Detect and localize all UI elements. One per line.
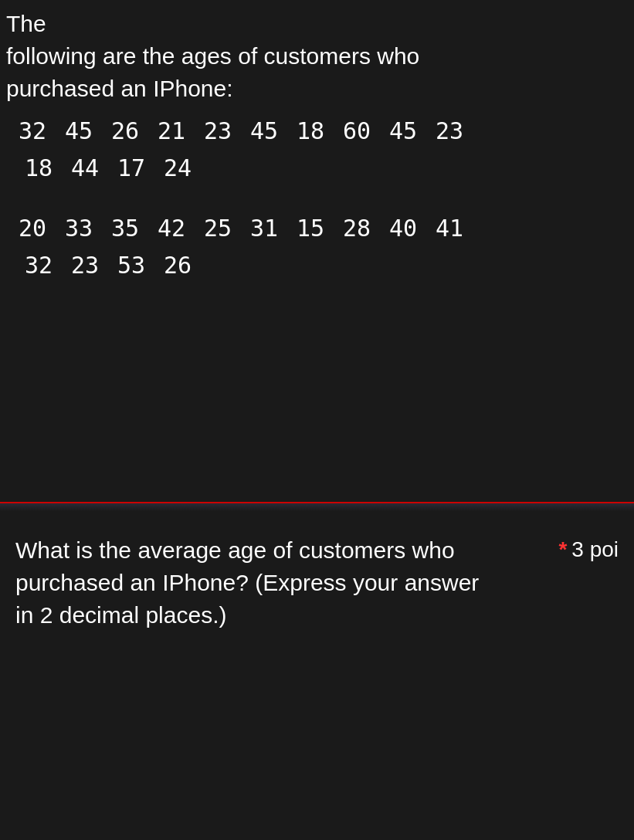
n3-5: 25 bbox=[192, 210, 238, 247]
question-text: What is the average age of customers who… bbox=[15, 534, 494, 632]
n1-3: 26 bbox=[99, 113, 145, 150]
n4-2: 23 bbox=[59, 247, 105, 284]
required-asterisk: * bbox=[558, 537, 567, 562]
n1-8: 60 bbox=[331, 113, 377, 150]
n3-9: 40 bbox=[377, 210, 423, 247]
data-row-1: 32 45 26 21 23 45 18 60 45 23 bbox=[6, 113, 628, 150]
data-row-3-wrapper: 20 33 35 42 25 31 15 28 40 41 32 23 53 2… bbox=[6, 210, 628, 284]
n3-8: 28 bbox=[331, 210, 377, 247]
n1-10: 23 bbox=[423, 113, 470, 150]
data-row-3: 20 33 35 42 25 31 15 28 40 41 bbox=[6, 210, 628, 247]
n4-3: 53 bbox=[105, 247, 151, 284]
n1-2: 45 bbox=[53, 113, 99, 150]
section-divider bbox=[0, 502, 634, 511]
n1-6: 45 bbox=[238, 113, 284, 150]
n4-4: 26 bbox=[151, 247, 198, 284]
n3-3: 35 bbox=[99, 210, 145, 247]
n3-10: 41 bbox=[423, 210, 470, 247]
n3-7: 15 bbox=[284, 210, 331, 247]
data-row-1-wrapper: 32 45 26 21 23 45 18 60 45 23 18 44 17 2… bbox=[6, 113, 628, 187]
n1-7: 18 bbox=[284, 113, 331, 150]
intro-text: The following are the ages of customers … bbox=[6, 8, 628, 105]
n3-6: 31 bbox=[238, 210, 284, 247]
n1-1: 32 bbox=[6, 113, 53, 150]
n2-2: 44 bbox=[59, 150, 105, 187]
data-row-4: 32 23 53 26 bbox=[6, 247, 628, 284]
intro-line2: following are the ages of customers who bbox=[6, 43, 419, 69]
data-row-2: 18 44 17 24 bbox=[6, 150, 628, 187]
n3-4: 42 bbox=[145, 210, 192, 247]
intro-line1: The bbox=[6, 11, 46, 36]
top-section: The following are the ages of customers … bbox=[0, 0, 634, 502]
n2-4: 24 bbox=[151, 150, 198, 187]
intro-line3: purchased an IPhone: bbox=[6, 76, 233, 101]
points-area: * 3 poi bbox=[558, 534, 619, 562]
n4-1: 32 bbox=[6, 247, 59, 284]
n2-3: 17 bbox=[105, 150, 151, 187]
bottom-section: What is the average age of customers who… bbox=[0, 511, 634, 647]
n3-1: 20 bbox=[6, 210, 53, 247]
n1-9: 45 bbox=[377, 113, 423, 150]
points-label: 3 poi bbox=[571, 537, 619, 562]
n2-1: 18 bbox=[6, 150, 59, 187]
question-container: What is the average age of customers who… bbox=[15, 534, 619, 632]
n1-4: 21 bbox=[145, 113, 192, 150]
n1-5: 23 bbox=[192, 113, 238, 150]
n3-2: 33 bbox=[53, 210, 99, 247]
